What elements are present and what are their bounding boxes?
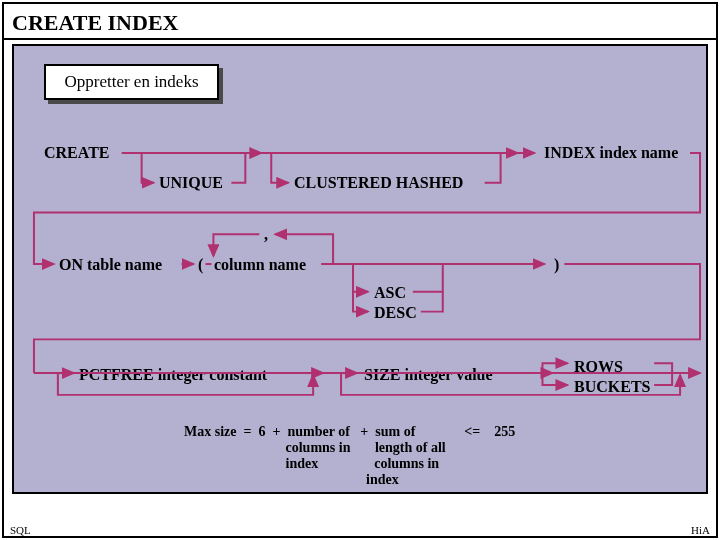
subtitle: Oppretter en indeks — [44, 64, 219, 100]
node-pctfree: PCTFREE integer constant — [79, 366, 267, 384]
node-rows: ROWS — [574, 358, 623, 376]
footer-left: SQL — [10, 524, 31, 536]
formula-line3: index columns in — [184, 456, 439, 472]
node-create: CREATE — [44, 144, 110, 162]
diagram-canvas: Oppretter en indeks CREATE UNIQUE CLUSTE… — [12, 44, 708, 494]
node-lparen: ( — [198, 256, 203, 274]
formula-line1: Max size = 6 + number of + sum of <= 255 — [184, 424, 515, 440]
footer-right: HiA — [691, 524, 710, 536]
page-title: CREATE INDEX — [4, 4, 716, 38]
slide-frame: CREATE INDEX Oppretter en indeks CREATE … — [2, 2, 718, 538]
node-rparen: ) — [554, 256, 559, 274]
node-unique: UNIQUE — [159, 174, 223, 192]
node-size: SIZE integer value — [364, 366, 493, 384]
node-buckets: BUCKETS — [574, 378, 650, 396]
node-indexname: INDEX index name — [544, 144, 678, 162]
node-comma: , — [264, 226, 268, 244]
formula-line2: columns in length of all — [184, 440, 446, 456]
title-separator — [4, 38, 716, 40]
formula-line4: index — [184, 472, 399, 488]
node-ontable: ON table name — [59, 256, 162, 274]
node-clustered: CLUSTERED HASHED — [294, 174, 463, 192]
node-asc: ASC — [374, 284, 406, 302]
node-colname: column name — [214, 256, 306, 274]
node-desc: DESC — [374, 304, 417, 322]
